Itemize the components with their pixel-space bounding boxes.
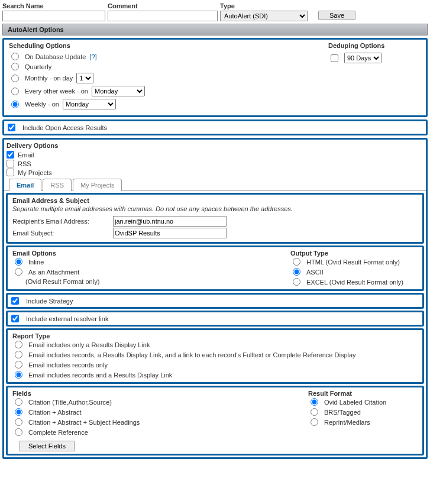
email-address-panel: Email Address & Subject Separate multipl… [6,193,424,244]
radio-rt2[interactable] [15,351,22,358]
label-attachment-note: (Ovid Result Format only) [12,277,290,286]
label-rf-reprint: Reprint/Medlars [324,419,370,426]
deduping-select[interactable]: 90 Days [344,53,381,63]
radio-rf-reprint[interactable] [311,418,318,426]
radio-field-citation-abstract[interactable] [15,408,22,416]
delivery-email-label: Email [18,151,34,159]
email-tab-body: Email Address & Subject Separate multipl… [4,190,426,455]
type-label: Type [220,2,308,9]
radio-ascii[interactable] [293,268,300,276]
scheduling-panel: Scheduling Options On Database Update [?… [2,38,428,117]
radio-monthly[interactable] [11,75,19,82]
email-address-title: Email Address & Subject [12,197,418,204]
radio-eow[interactable] [11,88,19,95]
email-options-title: Email Options [12,250,290,257]
label-attachment: As an Attachment [28,269,79,276]
deduping-title: Deduping Options [328,42,421,49]
label-rt2: Email includes records, a Results Displa… [28,351,356,358]
weekly-day-select[interactable]: Monday [63,99,116,109]
radio-weekly[interactable] [11,101,19,108]
search-name-input[interactable] [2,11,105,21]
label-db-update: On Database Update [25,53,86,60]
tab-email[interactable]: Email [9,179,41,191]
recipient-input[interactable] [113,216,227,227]
fields-panel: Fields Citation (Title,Author,Source) Ci… [6,386,424,455]
delivery-rss-label: RSS [18,160,31,167]
radio-inline[interactable] [15,258,22,266]
subject-label: Email Subject: [12,230,113,237]
delivery-panel: Delivery Options Email RSS My Projects E… [2,138,428,459]
save-button[interactable]: Save [318,11,355,20]
search-name-label: Search Name [2,2,105,9]
comment-label: Comment [108,2,218,9]
label-monthly: Monthly - on day [25,75,73,82]
subject-input[interactable] [113,228,227,238]
comment-input[interactable] [108,11,218,21]
radio-rt1[interactable] [15,341,22,348]
label-rt4: Email includes records and a Results Dis… [28,371,172,379]
email-address-hint: Separate multiple email addresses with c… [12,205,418,212]
radio-rf-ovid[interactable] [311,398,318,406]
type-select[interactable]: AutoAlert (SDI) [220,11,308,21]
include-resolver-label: Include external resolver link [26,315,108,322]
label-quarterly: Quarterly [25,63,51,70]
tab-rss[interactable]: RSS [43,179,72,191]
label-field-complete: Complete Reference [28,429,88,436]
label-weekly: Weekly - on [25,101,59,108]
radio-quarterly[interactable] [11,63,19,70]
output-type-title: Output Type [290,250,418,257]
autoalert-options-header: AutoAlert Options [2,24,428,35]
eow-day-select[interactable]: Monday [92,86,145,96]
top-fields: Search Name Comment Type AutoAlert (SDI)… [2,2,428,21]
label-field-citation: Citation (Title,Author,Source) [28,399,112,406]
label-field-citation-abstract-sh: Citation + Abstract + Subject Headings [28,419,140,426]
radio-field-citation-abstract-sh[interactable] [15,418,22,426]
label-rt1: Email includes only a Results Display Li… [28,341,150,348]
radio-db-update[interactable] [11,53,19,60]
include-strategy-label: Include Strategy [26,298,73,305]
include-resolver-checkbox[interactable] [11,315,19,322]
radio-rf-brs[interactable] [311,408,318,416]
delivery-myprojects-checkbox[interactable] [7,169,14,176]
label-rf-brs: BRS/Tagged [324,409,361,416]
label-eow: Every other week - on [25,88,88,95]
label-inline: Inline [28,259,44,266]
include-resolver-panel: Include external resolver link [6,311,424,327]
radio-html[interactable] [293,258,300,266]
radio-rt3[interactable] [15,361,22,369]
tab-myprojects[interactable]: My Projects [73,179,122,191]
include-open-access-label: Include Open Access Results [22,124,107,131]
radio-excel[interactable] [293,278,300,286]
fields-title: Fields [12,390,308,397]
include-strategy-checkbox[interactable] [11,297,19,305]
email-options-panel: Email Options Inline As an Attachment (O… [6,245,424,291]
label-html: HTML (Ovid Result Format only) [306,259,400,266]
deduping-checkbox[interactable] [331,54,338,62]
include-strategy-panel: Include Strategy [6,293,424,309]
scheduling-title: Scheduling Options [9,42,328,49]
delivery-title: Delivery Options [7,142,423,149]
delivery-email-checkbox[interactable] [7,151,14,159]
report-type-panel: Report Type Email includes only a Result… [6,328,424,384]
select-fields-button[interactable]: Select Fields [20,441,75,451]
label-ascii: ASCII [306,269,324,276]
include-open-access-panel: Include Open Access Results [2,119,428,135]
label-field-citation-abstract: Citation + Abstract [28,409,82,416]
monthly-day-select[interactable]: 1 [76,73,93,83]
help-icon[interactable]: [?] [89,53,96,60]
radio-field-complete[interactable] [15,428,22,436]
label-rt3: Email includes records only [28,361,108,369]
delivery-myprojects-label: My Projects [18,169,51,176]
radio-field-citation[interactable] [15,398,22,406]
result-format-title: Result Format [308,390,418,397]
include-open-access-checkbox[interactable] [8,124,15,131]
recipient-label: Recipient's Email Address: [12,218,113,225]
label-rf-ovid: Ovid Labeled Citation [324,399,386,406]
delivery-rss-checkbox[interactable] [7,160,14,167]
label-excel: EXCEL (Ovid Result Format only) [306,279,403,286]
delivery-tabs: Email RSS My Projects [9,178,426,190]
radio-attachment[interactable] [15,268,22,276]
report-type-title: Report Type [12,332,418,340]
radio-rt4[interactable] [15,371,22,379]
